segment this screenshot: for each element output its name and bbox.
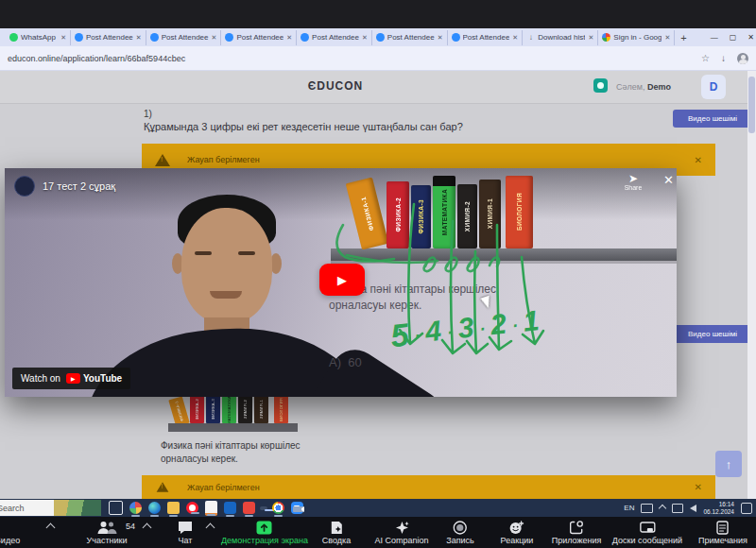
tab-close-icon[interactable]: ✕: [212, 34, 217, 42]
youtube-play-button[interactable]: ▶: [319, 264, 365, 296]
window-close-button[interactable]: ✕: [747, 33, 754, 42]
tab-post-attendee-3[interactable]: Post Attendee ✕: [221, 30, 297, 45]
book-spine: ХИМИЯ-2: [243, 400, 248, 419]
video-options-chevron[interactable]: [46, 523, 56, 533]
toolbar-apps[interactable]: Приложения: [552, 520, 602, 545]
book-biologiya: БИОЛОГИЯ: [506, 176, 533, 248]
tab-label: Sign in - Goog: [613, 33, 662, 42]
download-icon: ↓: [526, 33, 535, 42]
tab-close-icon[interactable]: ✕: [664, 34, 670, 42]
taskbar-clock[interactable]: 16:14 06.12.2024: [703, 501, 734, 516]
toolbar-summary[interactable]: Сводка: [322, 520, 351, 545]
share-arrow-icon: ➤: [617, 173, 649, 184]
calendar-icon[interactable]: [205, 501, 217, 516]
toolbar-share-screen[interactable]: Демонстрация экрана: [221, 520, 308, 545]
file-explorer-icon[interactable]: [167, 502, 180, 514]
windows-search-box[interactable]: Search: [0, 500, 54, 516]
header-chat-icon[interactable]: [593, 78, 608, 93]
edge-icon[interactable]: [148, 502, 161, 514]
toolbar-video[interactable]: Видео: [0, 520, 20, 545]
tab-post-attendee-1[interactable]: Post Attendee ✕: [71, 30, 146, 45]
book-himiya1: ХИМИЯ-1: [479, 180, 501, 248]
notification-center-icon[interactable]: [741, 503, 752, 514]
toolbar-boards[interactable]: Доски сообщений: [612, 520, 682, 545]
bookmark-star-icon[interactable]: ☆: [701, 53, 710, 63]
taskbar-widget-image[interactable]: [54, 500, 101, 516]
tab-close-icon[interactable]: ✕: [362, 34, 368, 42]
tab-label: Post Attendee: [387, 33, 435, 42]
question-number: 1): [144, 109, 152, 119]
username: Demo: [647, 82, 671, 92]
youtube-video-player[interactable]: ФИЗИКА-1 ФИЗИКА-2 ФИЗИКА-3 МАТЕМАТИКА ХИ…: [5, 168, 677, 397]
tab-post-attendee-4[interactable]: Post Attendee ✕: [297, 30, 372, 45]
tab-post-attendee-2[interactable]: Post Attendee ✕: [146, 30, 222, 45]
watch-on-youtube-button[interactable]: Watch on ▶ YouTube: [12, 368, 130, 389]
tab-post-attendee-5[interactable]: Post Attendee ✕: [372, 30, 448, 45]
toolbar-notes[interactable]: Примечания: [698, 520, 747, 545]
book-spine-label: ФИЗИКА-2: [395, 197, 402, 232]
tab-close-icon[interactable]: ✕: [588, 34, 593, 42]
video-solution-button-2[interactable]: Видео шешімі: [673, 325, 752, 343]
zoom-favicon: [376, 33, 385, 42]
site-header: ЄDUCON Сәлем, Demo D: [0, 71, 756, 104]
tab-close-icon[interactable]: ✕: [60, 34, 66, 42]
language-indicator[interactable]: EN: [624, 504, 634, 512]
presenter-face: [181, 208, 272, 323]
tab-close-icon[interactable]: ✕: [512, 34, 518, 42]
toolbar-record[interactable]: Запись: [446, 520, 474, 545]
zoom-meeting-toolbar: Видео Участники 54 Чат Демонстрация экра…: [0, 517, 756, 548]
tab-close-icon[interactable]: ✕: [136, 34, 142, 42]
task-view-icon[interactable]: [109, 501, 123, 515]
zoom-app-icon[interactable]: [291, 502, 303, 514]
digit: 5: [389, 320, 410, 351]
window-minimize-button[interactable]: —: [711, 33, 718, 42]
tab-whatsapp[interactable]: WhatsApp ✕: [6, 30, 71, 45]
video-title[interactable]: 17 тест 2 сұрақ: [43, 180, 115, 192]
book-spine-label: ХИМИЯ-2: [464, 201, 471, 231]
banner-close-icon[interactable]: ✕: [695, 155, 702, 165]
url-input[interactable]: educon.online/application/learn/66baf594…: [8, 54, 185, 63]
network-icon[interactable]: [672, 504, 683, 513]
toolbar-ai-companion[interactable]: AI Companion: [374, 520, 428, 545]
red-app-icon[interactable]: [243, 502, 255, 514]
opera-icon[interactable]: [186, 502, 198, 514]
chat-chevron[interactable]: [206, 523, 215, 533]
banner-close-icon[interactable]: ✕: [695, 482, 702, 492]
scrollbar-thumb[interactable]: [748, 77, 755, 133]
tab-post-attendee-6[interactable]: Post Attendee ✕: [448, 30, 524, 45]
chrome-active-slot[interactable]: [260, 506, 267, 510]
volume-icon[interactable]: [690, 505, 696, 512]
new-tab-button[interactable]: +: [680, 32, 686, 43]
browser-profile-icon[interactable]: [737, 53, 748, 64]
toolbar-reactions[interactable]: Реакции: [501, 520, 534, 545]
window-maximize-button[interactable]: ▢: [730, 33, 737, 42]
tab-google-signin[interactable]: Sign in - Goog ✕: [598, 30, 675, 45]
channel-avatar[interactable]: [14, 176, 35, 197]
zoom-favicon: [301, 33, 309, 42]
downloads-icon[interactable]: ↓: [721, 53, 726, 63]
user-greeting: Сәлем, Demo: [616, 82, 671, 92]
option-a: A) 60: [329, 354, 369, 371]
toolbar-chat[interactable]: Чат: [178, 520, 193, 545]
book-spine: ХИМИЯ-1: [259, 400, 264, 419]
keyboard-icon[interactable]: [641, 504, 653, 513]
participants-chevron[interactable]: [143, 523, 152, 533]
youtube-logo: ▶ YouTube: [66, 373, 122, 384]
tab-close-icon[interactable]: ✕: [438, 34, 443, 42]
screen: WhatsApp ✕ Post Attendee ✕ Post Attendee…: [0, 0, 756, 548]
book-spine: ФИЗИКА-1: [174, 401, 184, 422]
share-button[interactable]: ➤ Share: [617, 173, 649, 191]
tab-close-icon[interactable]: ✕: [286, 34, 292, 42]
zoom-favicon: [452, 33, 460, 42]
chrome-icon-2[interactable]: [272, 502, 284, 514]
tray-expand-icon[interactable]: [659, 504, 666, 511]
user-avatar[interactable]: D: [701, 75, 726, 99]
toolbar-participants[interactable]: Участники: [87, 520, 128, 545]
outlook-icon[interactable]: [224, 502, 236, 514]
page-scrollbar[interactable]: [747, 71, 756, 499]
tab-download-history[interactable]: ↓ Download hist ✕: [523, 30, 598, 45]
video-close-icon[interactable]: ✕: [663, 173, 674, 187]
browser-colorful-icon[interactable]: [129, 502, 142, 514]
scroll-to-top-button[interactable]: ↑: [715, 451, 742, 477]
video-solution-button-1[interactable]: Видео шешімі: [673, 110, 752, 128]
